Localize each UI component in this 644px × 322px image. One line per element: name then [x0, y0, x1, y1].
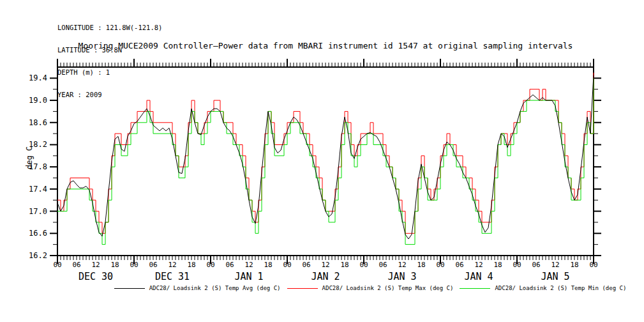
- y-tick-label: 18.6: [29, 118, 47, 127]
- x-hour-label: 12: [551, 261, 559, 269]
- y-tick-label: 18.2: [29, 140, 47, 149]
- x-hour-label: 12: [398, 261, 406, 269]
- avg-line-swatch: [114, 288, 145, 289]
- x-hour-label: 18: [110, 261, 119, 269]
- chart-plot-area: 16.216.617.017.417.818.218.619.019.40006…: [0, 0, 644, 322]
- legend-label-temp-min: ADC28/ Loadsink 2 (S) Temp Min (deg C): [495, 285, 626, 291]
- x-hour-label: 00: [359, 261, 368, 269]
- x-hour-label: 00: [436, 261, 444, 269]
- x-hour-label: 06: [302, 261, 310, 269]
- x-hour-label: 12: [474, 261, 483, 269]
- x-day-label: JAN 5: [541, 271, 569, 282]
- y-tick-label: 17.8: [29, 162, 47, 171]
- x-hour-label: 18: [493, 261, 502, 269]
- y-tick-label: 17.0: [29, 207, 47, 216]
- x-hour-label: 00: [283, 261, 291, 269]
- x-day-label: JAN 3: [387, 271, 416, 282]
- x-hour-label: 06: [72, 261, 80, 269]
- axis-frame: [57, 67, 594, 256]
- legend-item-temp-max: ADC28/ Loadsink 2 (S) Temp Max (deg C): [287, 285, 454, 291]
- x-hour-label: 06: [455, 261, 463, 269]
- x-hour-label: 18: [340, 261, 348, 269]
- plot-canvas: LONGITUDE : 121.8W(-121.8) LATITUDE : 36…: [0, 0, 644, 322]
- y-tick-label: 16.6: [29, 229, 47, 238]
- legend-item-temp-min: ADC28/ Loadsink 2 (S) Temp Min (deg C): [460, 285, 626, 291]
- x-hour-label: 00: [53, 261, 61, 269]
- x-hour-label: 06: [532, 261, 540, 269]
- x-hour-label: 18: [264, 261, 272, 269]
- min-line-swatch: [460, 288, 490, 289]
- x-hour-label: 12: [168, 261, 176, 269]
- x-hour-label: 18: [417, 261, 425, 269]
- x-hour-label: 12: [321, 261, 329, 269]
- x-hour-label: 06: [378, 261, 387, 269]
- temp-min-series-line: [57, 78, 594, 244]
- x-day-label: JAN 2: [311, 271, 340, 282]
- x-day-label: DEC 30: [79, 271, 113, 282]
- y-tick-label: 17.4: [29, 185, 47, 194]
- legend-label-temp-avg: ADC28/ Loadsink 2 (S) Temp Avg (deg C): [149, 285, 281, 291]
- x-hour-label: 18: [187, 261, 195, 269]
- x-hour-label: 12: [91, 261, 100, 269]
- x-hour-label: 00: [589, 261, 597, 269]
- x-day-label: JAN 4: [464, 271, 493, 282]
- legend-item-temp-avg: ADC28/ Loadsink 2 (S) Temp Avg (deg C): [114, 285, 281, 291]
- temp-avg-series-line: [57, 75, 594, 239]
- x-hour-label: 00: [206, 261, 214, 269]
- x-hour-label: 00: [513, 261, 521, 269]
- x-hour-label: 12: [244, 261, 253, 269]
- x-hour-label: 06: [149, 261, 157, 269]
- legend-label-temp-max: ADC28/ Loadsink 2 (S) Temp Max (deg C): [322, 285, 454, 291]
- x-hour-label: 00: [130, 261, 138, 269]
- y-tick-label: 19.4: [29, 73, 47, 82]
- legend: ADC28/ Loadsink 2 (S) Temp Avg (deg C) A…: [96, 285, 644, 291]
- max-line-swatch: [287, 288, 318, 289]
- x-hour-label: 06: [225, 261, 234, 269]
- x-day-label: JAN 1: [234, 271, 263, 282]
- x-day-label: DEC 31: [155, 271, 190, 282]
- x-hour-label: 18: [570, 261, 578, 269]
- y-tick-label: 19.0: [29, 96, 47, 105]
- y-tick-label: 16.2: [29, 251, 47, 260]
